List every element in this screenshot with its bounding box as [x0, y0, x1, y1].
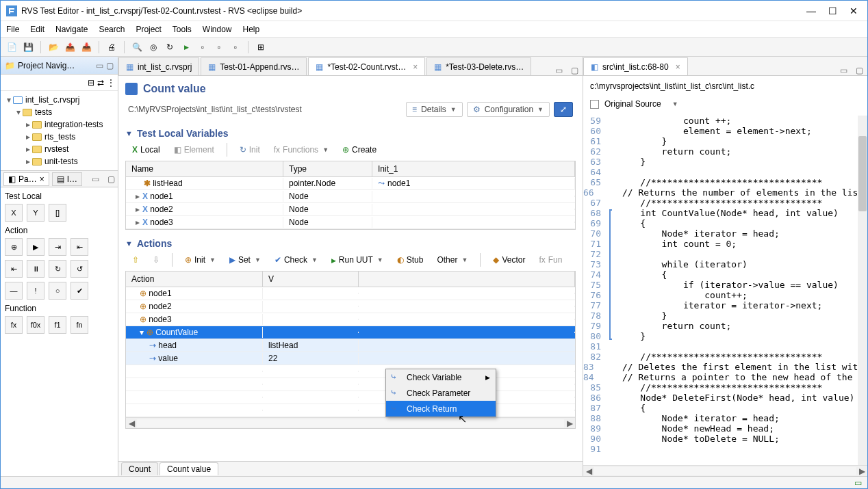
menu-search[interactable]: Search — [99, 25, 125, 34]
init-action-button[interactable]: Init▼ — [181, 254, 220, 266]
palette-button[interactable]: ⊕ — [5, 238, 23, 256]
code-line[interactable]: 82 //******************************** — [583, 352, 858, 362]
code-line[interactable]: 66 // Returns the number of elements in … — [583, 187, 858, 198]
code-line[interactable]: 81 — [583, 341, 858, 352]
code-line[interactable]: 85 //******************************** — [583, 382, 858, 393]
close-button[interactable]: ✕ — [850, 5, 858, 16]
search-icon[interactable]: 🔍 — [130, 40, 144, 54]
table-row[interactable]: value22 — [126, 352, 575, 365]
perspective-icon[interactable]: ⊞ — [254, 40, 268, 54]
table-row[interactable]: node3 — [126, 313, 575, 326]
menu-navigate[interactable]: Navigate — [55, 25, 88, 34]
stub-button[interactable]: ◐Stub — [393, 254, 428, 266]
code-line[interactable]: 75 if (iterator->value == value) — [583, 280, 858, 290]
maximize-button[interactable]: ☐ — [828, 5, 837, 16]
code-line[interactable]: 91 — [583, 444, 858, 454]
table-row[interactable]: ✱ listHeadpointer.Node⤳node1 — [126, 177, 575, 190]
maximize-view-icon[interactable]: ▢ — [106, 61, 114, 70]
create-button[interactable]: ⊕Create — [338, 144, 381, 156]
menu-item[interactable]: ⤷Check Return — [386, 401, 496, 417]
palette-button[interactable]: ↺ — [71, 260, 88, 278]
local-vars-header[interactable]: ▼Test Local Variables — [125, 128, 576, 139]
box3-icon[interactable]: ▫ — [229, 40, 242, 54]
details-button[interactable]: Details▼ — [406, 102, 463, 117]
chevron-down-icon[interactable]: ▼ — [672, 101, 678, 107]
code-line[interactable]: 83 // Deletes the first element in the l… — [583, 362, 858, 372]
save-icon[interactable]: 💾 — [21, 40, 35, 54]
palette-button[interactable]: — — [5, 282, 23, 300]
import-icon[interactable]: 📥 — [79, 40, 93, 54]
palette-button[interactable]: fx — [5, 316, 23, 334]
code-line[interactable]: 77 iterator = iterator->next; — [583, 300, 858, 310]
col-type[interactable]: Type — [283, 161, 372, 176]
code-line[interactable]: 62 return count; — [583, 146, 858, 157]
bottom-tab-countvalue[interactable]: Count value — [159, 462, 218, 475]
max-view-icon[interactable]: ▢ — [105, 174, 118, 184]
functions-button[interactable]: fxFunctions▼ — [270, 144, 333, 156]
code-line[interactable]: 61 } — [583, 136, 858, 146]
other-button[interactable]: Other▼ — [433, 254, 472, 266]
col-init[interactable]: Init_1 — [372, 161, 575, 176]
max-view-icon[interactable]: ▢ — [852, 66, 867, 75]
palette-button[interactable]: f1 — [49, 316, 66, 334]
table-row[interactable] — [126, 391, 575, 404]
editor-tab[interactable]: ▦*Test-02-Count.rvst…× — [308, 57, 425, 75]
table-row[interactable]: ▾ CountValue — [126, 326, 575, 339]
run-uut-button[interactable]: Run UUT▼ — [327, 254, 387, 266]
code-line[interactable]: 78 } — [583, 310, 858, 321]
source-tab[interactable]: ◧ src\int_list.c:68-80 × — [583, 57, 688, 75]
original-source-checkbox[interactable] — [590, 100, 599, 109]
code-line[interactable]: 88 Node* iterator = head; — [583, 413, 858, 423]
min-view-icon[interactable]: ▭ — [836, 66, 852, 75]
table-row[interactable]: headlistHead — [126, 339, 575, 352]
tree-item[interactable]: ▾int_list_c.rvsprj — [5, 94, 114, 106]
check-button[interactable]: ✔Check▼ — [270, 254, 322, 266]
project-navigator-header[interactable]: 📁 Project Navig… ▭ ▢ — [1, 57, 118, 75]
scrollbar-thumb[interactable] — [858, 136, 867, 211]
set-button[interactable]: ▶Set▼ — [225, 254, 265, 266]
tree-item[interactable]: ▸rvstest — [5, 143, 114, 155]
actions-header[interactable]: ▼Actions — [125, 238, 576, 249]
open-icon[interactable]: 📂 — [47, 40, 60, 54]
horizontal-scrollbar[interactable]: ◀▶ — [126, 417, 575, 428]
palette-button[interactable]: ▶ — [27, 238, 44, 256]
box2-icon[interactable]: ▫ — [212, 40, 226, 54]
init-button[interactable]: Init — [235, 144, 264, 156]
box-icon[interactable]: ▫ — [196, 40, 209, 54]
code-line[interactable]: 65 //******************************** — [583, 177, 858, 187]
tree-item[interactable]: ▸rts_tests — [5, 131, 114, 143]
view-menu-icon[interactable]: ⋮ — [107, 78, 115, 88]
palette-button[interactable]: ↻ — [49, 260, 66, 278]
expand-button[interactable]: ⤢ — [554, 102, 573, 117]
menu-item[interactable]: ⤷Check Parameter — [386, 385, 496, 401]
table-row[interactable]: ▸X node2Node — [126, 203, 575, 216]
tree-item[interactable]: ▸integration-tests — [5, 118, 114, 131]
table-row[interactable]: ▸X node3Node — [126, 216, 575, 229]
palette-button[interactable]: Y — [27, 204, 44, 222]
minimize-button[interactable]: — — [806, 5, 816, 16]
menu-help[interactable]: Help — [243, 25, 260, 34]
palette-button[interactable]: ⇤ — [5, 260, 23, 278]
new-icon[interactable]: 📄 — [5, 40, 18, 54]
element-button[interactable]: ◧Element — [170, 144, 218, 156]
source-code[interactable]: 59 count ++;60 element = element->next;6… — [583, 116, 867, 465]
link-editor-icon[interactable]: ⇄ — [97, 78, 104, 88]
menu-edit[interactable]: Edit — [30, 25, 44, 34]
menu-file[interactable]: File — [6, 25, 19, 34]
menu-item[interactable]: ⤷Check Variable▶ — [386, 369, 496, 385]
vector-button[interactable]: ◆Vector — [489, 254, 529, 266]
target-icon[interactable]: ◎ — [146, 40, 160, 54]
configuration-button[interactable]: Configuration▼ — [467, 102, 550, 117]
close-icon[interactable]: × — [413, 62, 418, 72]
code-line[interactable]: 89 Node* newHead = head; — [583, 423, 858, 434]
palette-button[interactable]: ⏸ — [27, 260, 44, 278]
table-row[interactable] — [126, 378, 575, 391]
fun-button[interactable]: fxFun — [535, 254, 566, 266]
code-line[interactable]: 76 count++; — [583, 290, 858, 300]
view-control-icon[interactable]: ▢ — [567, 66, 583, 75]
view-control-icon[interactable]: ▭ — [551, 66, 567, 75]
vertical-scrollbar[interactable] — [858, 116, 867, 465]
run-icon[interactable] — [179, 40, 193, 54]
palette-button[interactable]: X — [5, 204, 23, 222]
code-line[interactable]: 80 } — [583, 331, 858, 341]
